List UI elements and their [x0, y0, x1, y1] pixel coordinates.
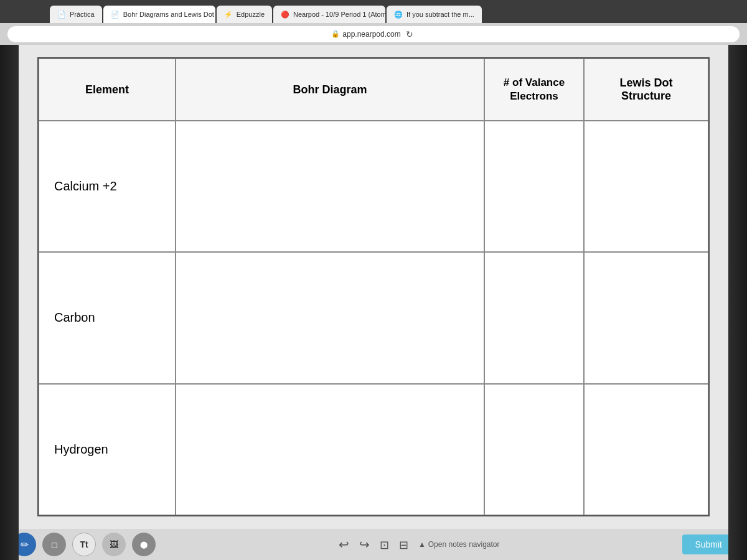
tab-nearpod-icon: 🔴	[281, 10, 289, 19]
header-valance: # of Valance Electrons	[484, 58, 584, 121]
tab-google-icon: 🌐	[394, 10, 403, 19]
toolbar-right: Submit	[682, 534, 735, 554]
cell-carbon-bohr[interactable]	[176, 252, 484, 383]
cell-carbon-element: Carbon	[39, 252, 176, 383]
bottom-toolbar: ✏ ◻ Tt 🖼 ⬤ ↩ ↪ ⊡ ⊟ ▲ Open notes navigato…	[0, 529, 747, 560]
header-bohr: Bohr Diagram	[176, 58, 484, 121]
submit-button[interactable]: Submit	[682, 534, 735, 554]
toolbar-left: ✏ ◻ Tt 🖼 ⬤	[12, 533, 156, 556]
redo-button[interactable]: ↪	[359, 537, 370, 552]
side-panel-right	[728, 45, 747, 560]
cell-hydrogen-element: Hydrogen	[39, 384, 176, 515]
header-bohr-text: Bohr Diagram	[293, 83, 367, 96]
tab-practica-label: Práctica	[70, 11, 95, 18]
cell-carbon-lewis[interactable]	[584, 252, 708, 383]
address-text: app.nearpod.com	[342, 30, 400, 39]
lock-icon: 🔒	[331, 30, 340, 38]
address-bar[interactable]: 🔒 app.nearpod.com ↻	[7, 26, 740, 42]
cell-calcium-lewis[interactable]	[584, 121, 708, 252]
tab-edpuzzle-label: Edpuzzle	[237, 11, 265, 18]
shape-icon: ⬤	[140, 541, 148, 549]
header-lewis-text: Lewis Dot Structure	[594, 77, 698, 103]
tab-google[interactable]: 🌐 If you subtract the m...	[387, 6, 482, 23]
info-icon: ⊟	[399, 539, 408, 551]
cell-calcium-valance[interactable]	[484, 121, 584, 252]
undo-icon: ↩	[339, 538, 349, 551]
open-notes-navigator[interactable]: ▲ Open notes navigator	[418, 540, 500, 549]
open-notes-arrow-icon: ▲	[418, 540, 426, 549]
eraser-icon: ◻	[51, 540, 58, 549]
eraser-tool-button[interactable]: ◻	[42, 533, 66, 556]
cell-calcium-bohr[interactable]	[176, 121, 484, 252]
submit-label: Submit	[695, 539, 722, 549]
tab-edpuzzle-icon: ⚡	[224, 10, 233, 19]
hydrogen-label: Hydrogen	[54, 442, 108, 457]
tab-bohr-icon: 📄	[111, 10, 120, 19]
tabs-row: 📄 Práctica 📄 Bohr Diagrams and Lewis Dot…	[0, 4, 747, 23]
tab-bohr-label: Bohr Diagrams and Lewis Dot Diagrams	[123, 11, 215, 18]
shape-tool-button[interactable]: ⬤	[132, 533, 156, 556]
tab-nearpod-label: Nearpod - 10/9 Period 1 (Atom Unit): O..…	[293, 11, 385, 18]
redo-icon: ↪	[359, 538, 370, 551]
cell-carbon-valance[interactable]	[484, 252, 584, 383]
tab-practica[interactable]: 📄 Práctica	[50, 6, 102, 23]
pen-icon: ✏	[21, 539, 29, 551]
header-lewis: Lewis Dot Structure	[584, 58, 708, 121]
text-icon: Tt	[80, 539, 88, 549]
cell-hydrogen-bohr[interactable]	[176, 384, 484, 515]
header-element: Element	[39, 58, 176, 121]
crop-button[interactable]: ⊡	[380, 538, 389, 552]
header-valance-text: # of Valance Electrons	[504, 76, 565, 103]
carbon-label: Carbon	[54, 310, 95, 325]
cell-hydrogen-valance[interactable]	[484, 384, 584, 515]
info-button[interactable]: ⊟	[399, 538, 408, 552]
crop-icon: ⊡	[380, 539, 389, 551]
reload-button[interactable]: ↻	[403, 28, 416, 40]
tab-nearpod[interactable]: 🔴 Nearpod - 10/9 Period 1 (Atom Unit): O…	[273, 6, 385, 23]
cell-calcium-element: Calcium +2	[39, 121, 176, 252]
tab-bohr[interactable]: 📄 Bohr Diagrams and Lewis Dot Diagrams	[103, 6, 215, 23]
address-bar-row: 🔒 app.nearpod.com ↻	[0, 23, 747, 45]
tab-practica-icon: 📄	[57, 10, 66, 19]
tab-edpuzzle[interactable]: ⚡ Edpuzzle	[217, 6, 272, 23]
calcium-label: Calcium +2	[54, 179, 117, 194]
text-tool-button[interactable]: Tt	[72, 533, 96, 556]
image-tool-button[interactable]: 🖼	[102, 533, 126, 556]
undo-button[interactable]: ↩	[339, 537, 349, 552]
side-panel-left	[0, 45, 19, 560]
main-content: Element Bohr Diagram # of Valance Electr…	[0, 45, 747, 529]
worksheet-table: Element Bohr Diagram # of Valance Electr…	[37, 57, 710, 516]
header-element-text: Element	[85, 83, 129, 96]
browser-chrome: 📄 Práctica 📄 Bohr Diagrams and Lewis Dot…	[0, 0, 747, 45]
image-icon: 🖼	[110, 539, 118, 549]
toolbar-center: ↩ ↪ ⊡ ⊟ ▲ Open notes navigator	[339, 537, 500, 552]
tab-google-label: If you subtract the m...	[406, 11, 474, 18]
open-notes-label: Open notes navigator	[428, 540, 500, 549]
cell-hydrogen-lewis[interactable]	[584, 384, 708, 515]
